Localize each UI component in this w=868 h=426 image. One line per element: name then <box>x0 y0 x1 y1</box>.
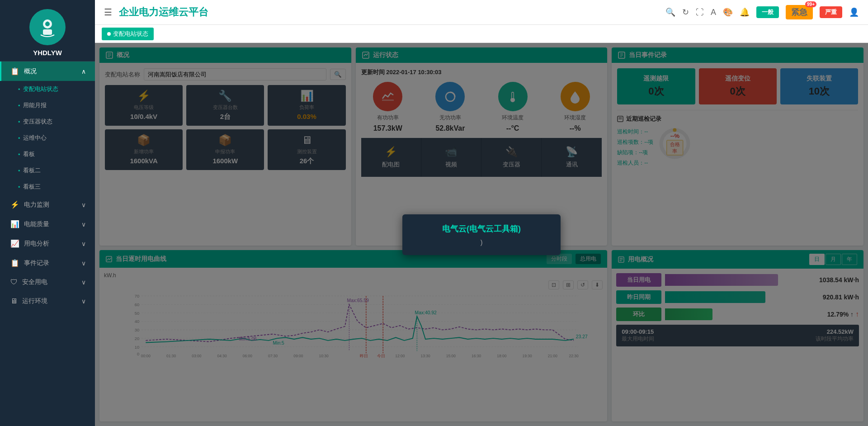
sidebar-label-safety: 安全用电 <box>22 278 47 286</box>
sidebar-label-events: 事件记录 <box>24 259 49 267</box>
popup-overlay[interactable]: 电气云(电气云工具箱) ) <box>95 43 868 426</box>
header-icons: 🔍 ↻ ⛶ A 🎨 🔔 一般 紧急 99+ 严重 👤 <box>665 5 859 19</box>
safety-icon: 🛡 <box>10 278 18 286</box>
sidebar-label-usage-analysis: 用电分析 <box>24 240 49 248</box>
chevron-down-icon6: ∨ <box>81 298 86 305</box>
urgent-label: 紧急 <box>791 8 807 17</box>
sidebar-label-power-monitor: 电力监测 <box>24 201 49 209</box>
overview-icon: 📋 <box>10 67 19 76</box>
chevron-down-icon3: ∨ <box>81 240 86 247</box>
sidebar-label-ops: 运维中心 <box>23 134 47 142</box>
fullscreen-icon[interactable]: ⛶ <box>696 8 704 17</box>
chevron-down-icon2: ∨ <box>81 221 86 228</box>
nav-section: 📋 概况 ∧ 变配电站状态 用能月报 变压器状态 运维中心 看板 看板二 看板三 <box>0 62 95 311</box>
sidebar-label-overview: 概况 <box>24 67 37 76</box>
sidebar-item-power-monitor[interactable]: ⚡ 电力监测 ∨ <box>0 195 95 214</box>
power-quality-icon: 📊 <box>10 220 19 228</box>
header: ☰ 企业电力运维云平台 🔍 ↻ ⛶ A 🎨 🔔 一般 紧急 99+ 严重 👤 <box>95 0 868 25</box>
chevron-down-icon4: ∨ <box>81 260 86 267</box>
sidebar-label-board1: 看板 <box>23 150 35 158</box>
urgent-button[interactable]: 紧急 99+ <box>786 5 813 19</box>
tab-dot <box>107 32 111 36</box>
refresh-icon[interactable]: ↻ <box>682 7 689 17</box>
sidebar-item-environment[interactable]: 🖥 运行环境 ∨ <box>0 292 95 311</box>
popup: 电气云(电气云工具箱) ) <box>402 214 561 255</box>
skin-icon[interactable]: 🎨 <box>723 7 733 17</box>
tab-substatus[interactable]: 变配电站状态 <box>102 28 154 40</box>
font-icon[interactable]: A <box>711 8 716 17</box>
sidebar-item-board1[interactable]: 看板 <box>0 146 95 162</box>
popup-content: ) <box>411 239 552 246</box>
sidebar-item-ops[interactable]: 运维中心 <box>0 130 95 146</box>
sidebar-item-overview[interactable]: 📋 概况 ∧ <box>0 62 95 81</box>
sidebar-item-board3[interactable]: 看板三 <box>0 179 95 195</box>
svg-rect-1 <box>43 29 52 35</box>
logo-area: YHDLYW <box>0 0 95 62</box>
sidebar-label-monthly: 用能月报 <box>23 101 47 109</box>
chevron-down-icon: ∨ <box>81 201 86 208</box>
sidebar-item-substatus[interactable]: 变配电站状态 <box>0 81 95 97</box>
logo-icon <box>29 9 66 45</box>
sidebar: YHDLYW 📋 概况 ∧ 变配电站状态 用能月报 变压器状态 运维中心 看板 … <box>0 0 95 426</box>
sidebar-item-transformer[interactable]: 变压器状态 <box>0 114 95 130</box>
serious-button[interactable]: 严重 <box>820 6 842 18</box>
tabbar: 变配电站状态 <box>95 25 868 43</box>
power-monitor-icon: ⚡ <box>10 200 19 209</box>
normal-button[interactable]: 一般 <box>756 6 779 18</box>
events-icon: 📋 <box>10 259 19 267</box>
logo-svg <box>36 16 59 38</box>
sidebar-label-power-quality: 电能质量 <box>24 220 49 228</box>
usage-analysis-icon: 📈 <box>10 239 19 248</box>
sidebar-item-safety[interactable]: 🛡 安全用电 ∨ <box>0 273 95 292</box>
sidebar-label-substatus: 变配电站状态 <box>23 85 58 93</box>
chevron-down-icon5: ∨ <box>81 279 86 286</box>
urgent-count: 99+ <box>805 1 816 7</box>
environment-icon: 🖥 <box>10 297 18 305</box>
logo-name: YHDLYW <box>33 49 62 57</box>
popup-title: 电气云(电气云工具箱) <box>411 223 552 234</box>
sidebar-label-environment: 运行环境 <box>22 297 47 305</box>
search-icon[interactable]: 🔍 <box>665 7 675 17</box>
sidebar-label-board3: 看板三 <box>23 183 41 191</box>
sidebar-label-transformer: 变压器状态 <box>23 118 52 126</box>
sidebar-item-monthly[interactable]: 用能月报 <box>0 97 95 114</box>
sidebar-item-usage-analysis[interactable]: 📈 用电分析 ∨ <box>0 234 95 253</box>
sidebar-item-events[interactable]: 📋 事件记录 ∨ <box>0 253 95 273</box>
sidebar-label-board2: 看板二 <box>23 166 41 175</box>
menu-icon[interactable]: ☰ <box>104 7 112 18</box>
sidebar-item-power-quality[interactable]: 📊 电能质量 ∨ <box>0 214 95 234</box>
sidebar-item-board2[interactable]: 看板二 <box>0 162 95 179</box>
tab-label: 变配电站状态 <box>113 30 148 38</box>
notification-icon[interactable]: 🔔 <box>740 7 750 17</box>
chevron-icon: ∧ <box>81 68 86 75</box>
app-title: 企业电力运维云平台 <box>119 5 665 19</box>
user-icon[interactable]: 👤 <box>849 7 859 17</box>
